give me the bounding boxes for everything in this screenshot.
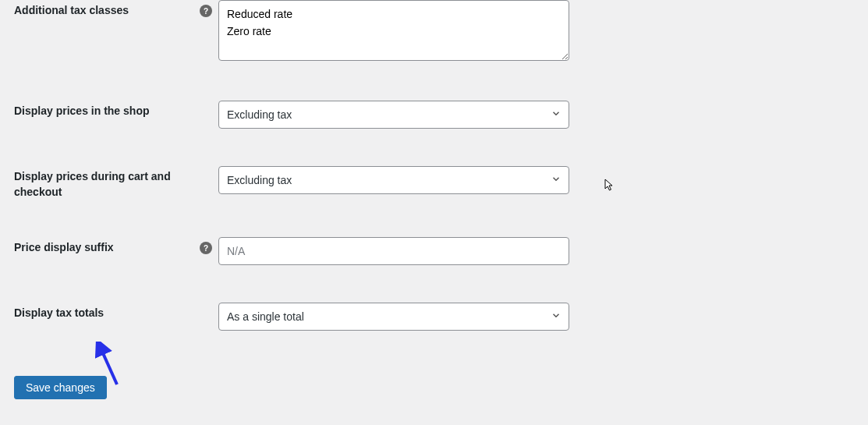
row-display-tax-totals: Display tax totals As a single total [0, 303, 868, 331]
row-display-prices-cart: Display prices during cart and checkout … [0, 166, 868, 200]
save-changes-button[interactable]: Save changes [14, 376, 107, 399]
additional-tax-classes-textarea[interactable] [218, 0, 569, 61]
row-price-display-suffix: Price display suffix ? [0, 237, 868, 265]
display-prices-shop-select[interactable]: Excluding tax [218, 101, 569, 129]
label-display-prices-shop: Display prices in the shop [14, 104, 150, 119]
price-display-suffix-input[interactable] [218, 237, 569, 265]
display-prices-cart-select[interactable]: Excluding tax [218, 166, 569, 194]
help-icon[interactable]: ? [200, 5, 212, 17]
label-display-tax-totals: Display tax totals [14, 306, 104, 321]
label-additional-tax-classes: Additional tax classes [14, 3, 129, 19]
help-icon[interactable]: ? [200, 242, 212, 254]
row-display-prices-shop: Display prices in the shop Excluding tax [0, 101, 868, 129]
row-additional-tax-classes: Additional tax classes ? [0, 0, 868, 63]
label-price-display-suffix: Price display suffix [14, 240, 114, 256]
label-display-prices-cart: Display prices during cart and checkout [14, 169, 186, 200]
display-tax-totals-select[interactable]: As a single total [218, 303, 569, 331]
